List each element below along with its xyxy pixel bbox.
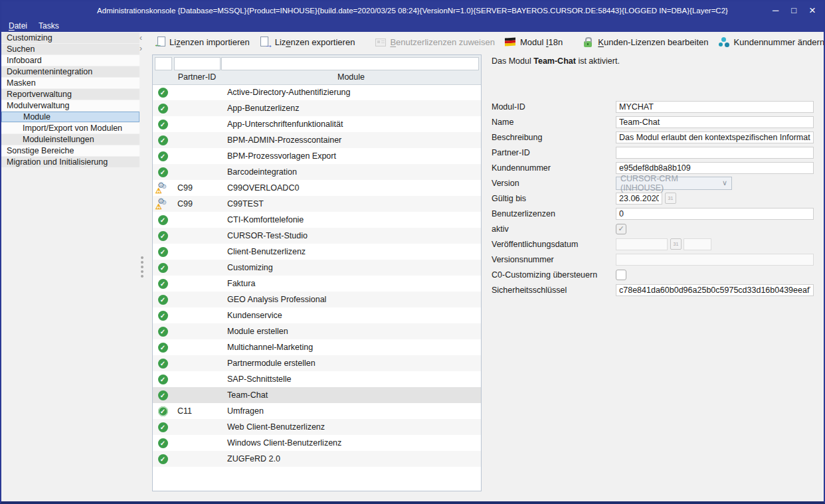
partner-id-input[interactable] (616, 147, 814, 159)
lizenzen-exportieren-button[interactable]: →Lizenzen exportieren (260, 37, 355, 48)
table-row[interactable]: ✓BPM-ADMIN-Prozesscontainer (153, 132, 481, 148)
status-filter-input[interactable] (155, 57, 172, 70)
version-dropdown[interactable]: CURSOR-CRM (INHOUSE)∨ (616, 177, 732, 190)
table-row[interactable]: ✓GEO Analysis Professional (153, 292, 481, 307)
calendar-icon[interactable]: 31 (665, 193, 676, 204)
benutzerlizenzen-input[interactable] (616, 208, 814, 220)
table-row[interactable]: ✓CTI-Komforttelefonie (153, 212, 481, 228)
table-row[interactable]: ✓Active-Directory-Authentifizierung (153, 84, 481, 100)
sicherheitsschl-ssel-input[interactable] (616, 284, 814, 296)
c0-customizing-bersteuern-checkbox[interactable] (616, 270, 626, 280)
aktiv-checkbox[interactable]: ✓ (616, 224, 626, 234)
sidebar-item-label: Sonstige Bereiche (7, 146, 74, 155)
module-active-icon: ✓ (158, 215, 168, 225)
module-name-cell: Team-Chat (221, 390, 481, 400)
table-row[interactable]: ⚙⚙⚠C99C99TEST (153, 196, 481, 212)
status-cell: ✓ (153, 327, 173, 337)
name-input[interactable] (616, 116, 814, 128)
partner-id-cell: C99 (173, 183, 221, 193)
splitter-grip-icon[interactable] (141, 256, 143, 278)
toolbar-button-label: Kundennummer ändern (734, 37, 825, 47)
table-row[interactable]: ✓App-Unterschriftenfunktionalität (153, 116, 481, 132)
minimize-icon[interactable]: ─ (773, 1, 779, 20)
beschreibung-input[interactable] (616, 131, 814, 143)
module-filter-input[interactable] (221, 57, 479, 70)
kundennummer-input[interactable] (616, 162, 814, 174)
table-row[interactable]: ✓ZUGFeRD 2.0 (153, 451, 481, 467)
table-row[interactable]: ✓CURSOR-Test-Studio (153, 228, 481, 244)
status-cell: ✓ (153, 422, 173, 432)
module-name-cell: Umfragen (221, 406, 481, 416)
table-row[interactable]: ✓App-Benutzerlizenz (153, 100, 481, 116)
partner-id-filter-input[interactable] (174, 57, 221, 70)
module-active-icon: ✓ (158, 104, 168, 114)
column-header-module[interactable]: Module (221, 72, 481, 82)
field-row-ver-ffentlichungsdatum: Veröffentlichungsdatum31 (492, 236, 820, 252)
field-label: Name (492, 118, 616, 127)
table-row[interactable]: ✓Partnermodule erstellen (153, 355, 481, 371)
table-row[interactable]: ✓Module erstellen (153, 323, 481, 339)
lizenzen-importieren-button[interactable]: ←Lizenzen importieren (154, 37, 250, 48)
toolbar-button-label: Benutzerlizenzen zuweisen (390, 37, 495, 47)
sidebar-item-infoboard[interactable]: Infoboard (1, 55, 139, 66)
sidebar-item-masken[interactable]: Masken (1, 78, 139, 88)
calendar-icon[interactable]: 31 (670, 238, 682, 250)
field-row-benutzerlizenzen: Benutzerlizenzen (492, 206, 820, 221)
field-label: Kundennummer (492, 163, 616, 173)
module-active-icon: ✓ (158, 311, 168, 321)
sidebar-item-suchen[interactable]: Suchen (1, 44, 139, 54)
field-label: aktiv (492, 224, 616, 234)
toolbar-button-label: Lizenzen importieren (169, 37, 250, 47)
menu-item-tasks[interactable]: Tasks (39, 21, 59, 31)
sidebar-item-dokumentenintegration[interactable]: Dokumentenintegration (1, 66, 139, 77)
import-icon: ← (154, 37, 166, 48)
partner-id-cell: C99 (173, 199, 221, 209)
sidebar-splitter[interactable]: ‹ › (139, 32, 152, 501)
sidebar-item-label: Reportverwaltung (7, 90, 72, 99)
kundennummer-ndern-button[interactable]: Kundennummer ändern (719, 37, 825, 48)
column-header-partner-id[interactable]: Partner-ID (173, 72, 221, 82)
module-active-icon: ✓ (158, 247, 168, 257)
sidebar-item-modulverwaltung[interactable]: Modulverwaltung (1, 100, 139, 111)
field-row-sicherheitsschl-ssel: Sicherheitsschlüssel (492, 282, 820, 297)
table-row[interactable]: ✓SAP-Schnittstelle (153, 371, 481, 387)
menu-item-datei[interactable]: Datei (9, 21, 27, 31)
sidebar-item-reportverwaltung[interactable]: Reportverwaltung (1, 89, 139, 100)
versionsnummer-input[interactable] (616, 254, 814, 266)
table-row[interactable]: ✓Windows Client-Benutzerlizenz (153, 435, 481, 451)
table-row[interactable]: ✓C11Umfragen (153, 403, 481, 419)
table-row[interactable]: ✓Client-Benutzerlizenz (153, 244, 481, 260)
table-row[interactable]: ✓Kundenservice (153, 307, 481, 323)
table-row[interactable]: ✓Web Client-Benutzerlizenz (153, 419, 481, 435)
sidebar-item-label: Infoboard (7, 56, 42, 65)
module-active-icon: ✓ (158, 454, 168, 464)
status-cell: ✓ (153, 263, 173, 273)
module-active-icon: ✓ (158, 359, 168, 369)
collapse-sidebar-icon[interactable]: ‹ (139, 34, 142, 42)
status-cell: ✓ (153, 295, 173, 305)
sidebar-item-module[interactable]: Module (1, 112, 139, 122)
table-row[interactable]: ✓Team-Chat (153, 387, 481, 403)
sidebar-item-import-export-von-modulen[interactable]: Import/Export von Modulen (1, 123, 139, 133)
partner-id-cell: C11 (173, 406, 221, 416)
expand-sidebar-icon[interactable]: › (139, 44, 142, 52)
table-row[interactable]: ✓Customizing (153, 260, 481, 276)
g-ltig-bis-input[interactable] (616, 193, 662, 205)
maximize-icon[interactable]: □ (791, 1, 796, 20)
sidebar-item-sonstige-bereiche[interactable]: Sonstige Bereiche (1, 145, 139, 156)
ver-ffentlichungsdatum-input[interactable] (616, 238, 668, 250)
modul-i18n-button[interactable]: Modul I18n (505, 37, 563, 48)
ver-ffentlichungsdatum-time-input[interactable] (684, 238, 711, 250)
table-row[interactable]: ✓Barcodeintegration (153, 164, 481, 180)
table-row[interactable]: ✓BPM-Prozessvorlagen Export (153, 148, 481, 164)
sidebar-item-migration-und-initialisierung[interactable]: Migration und Initialisierung (1, 157, 139, 167)
kunden-lizenzen-bearbeiten-button[interactable]: Kunden-Lizenzen bearbeiten (583, 37, 708, 48)
table-row[interactable]: ✓Faktura (153, 276, 481, 292)
table-row[interactable]: ⚙⚙⚠C99C99OVERLOADC0 (153, 180, 481, 196)
close-icon[interactable]: × (809, 1, 816, 20)
sidebar-item-moduleinstellungen[interactable]: Moduleinstellungen (1, 134, 139, 145)
table-row[interactable]: ✓Multichannel-Marketing (153, 339, 481, 355)
sidebar-item-customizing[interactable]: Customizing (1, 33, 139, 43)
modul-id-input[interactable] (616, 101, 814, 113)
sidebar-item-label: Migration und Initialisierung (7, 157, 108, 167)
